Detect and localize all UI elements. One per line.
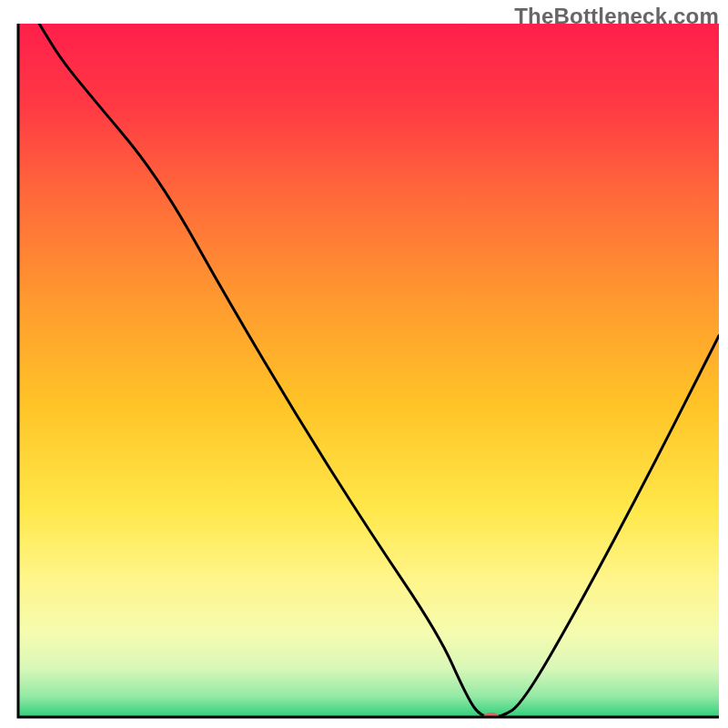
bottleneck-chart [0, 0, 728, 728]
watermark-text: TheBottleneck.com [514, 4, 719, 29]
chart-background [18, 24, 719, 717]
chart-container: TheBottleneck.com [0, 0, 728, 728]
